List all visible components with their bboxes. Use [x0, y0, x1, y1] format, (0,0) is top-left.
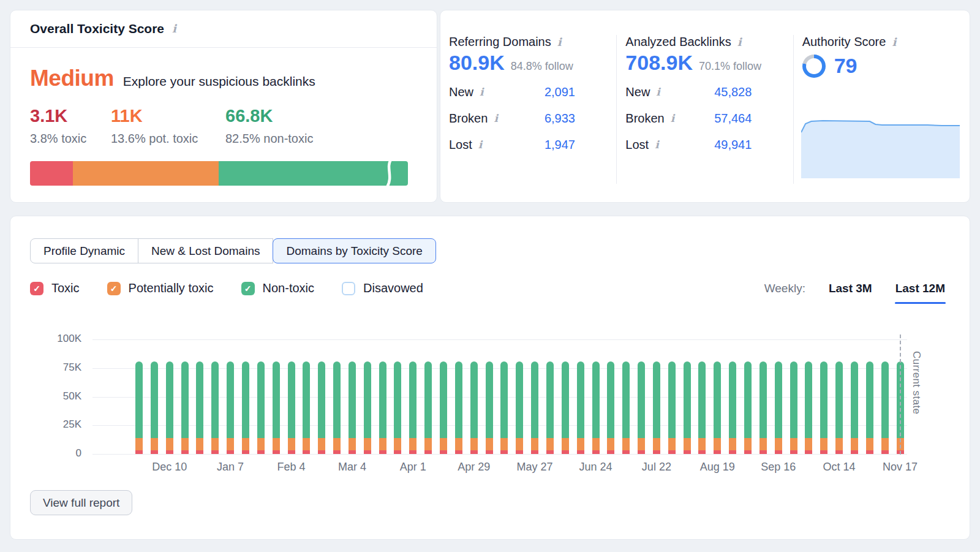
- period-option-last-3m[interactable]: Last 3M: [829, 282, 872, 295]
- stacked-bar[interactable]: [166, 361, 173, 454]
- stacked-bar[interactable]: [546, 361, 554, 454]
- bar-segment-non-toxic: [531, 361, 538, 438]
- stacked-bar[interactable]: [151, 361, 158, 454]
- stacked-bar[interactable]: [562, 361, 569, 454]
- stacked-bar[interactable]: [820, 361, 827, 454]
- metric-row-value[interactable]: 57,464: [714, 112, 752, 126]
- stacked-bar[interactable]: [409, 361, 417, 454]
- stacked-bar[interactable]: [379, 361, 386, 454]
- stacked-bar[interactable]: [242, 361, 249, 454]
- toxicity-stat-value[interactable]: 66.8K: [225, 106, 313, 126]
- stacked-bar[interactable]: [196, 361, 203, 454]
- metric-row-value[interactable]: 49,941: [714, 138, 752, 152]
- stacked-bar[interactable]: [211, 361, 219, 454]
- stacked-bar[interactable]: [790, 361, 797, 454]
- info-icon[interactable]: i: [478, 140, 482, 150]
- metric-row-value[interactable]: 6,933: [545, 112, 575, 126]
- referring-domains-value[interactable]: 80.9K: [449, 51, 505, 75]
- stacked-bar[interactable]: [729, 361, 736, 454]
- analyzed-backlinks-value[interactable]: 708.9K: [625, 51, 693, 75]
- stacked-bar[interactable]: [775, 361, 782, 454]
- toxicity-level: Medium: [30, 66, 114, 91]
- stacked-bar[interactable]: [318, 361, 325, 454]
- tab-profile-dynamic[interactable]: Profile Dynamic: [30, 238, 138, 263]
- info-icon[interactable]: i: [494, 113, 497, 124]
- bar-segment-non-toxic: [242, 361, 249, 438]
- info-icon[interactable]: i: [480, 87, 483, 97]
- stacked-bar[interactable]: [333, 361, 341, 454]
- filter-toxic[interactable]: ✓Toxic: [30, 281, 80, 295]
- stacked-bar[interactable]: [531, 361, 538, 454]
- toxicity-bar-segment-non-toxic[interactable]: [219, 161, 408, 186]
- stacked-bar[interactable]: [181, 361, 189, 454]
- stacked-bar[interactable]: [851, 361, 858, 454]
- stacked-bar[interactable]: [592, 361, 600, 454]
- stacked-bar[interactable]: [684, 361, 691, 454]
- stacked-bar[interactable]: [744, 361, 752, 454]
- stacked-bar[interactable]: [698, 361, 706, 454]
- stacked-bar[interactable]: [607, 361, 614, 454]
- info-icon[interactable]: i: [656, 87, 660, 97]
- stacked-bar[interactable]: [577, 361, 584, 454]
- toxicity-stat-value[interactable]: 3.1K: [30, 106, 111, 126]
- stacked-bar[interactable]: [668, 361, 676, 454]
- stacked-bar[interactable]: [288, 361, 295, 454]
- stacked-bar[interactable]: [835, 361, 843, 454]
- stacked-bar[interactable]: [881, 361, 889, 454]
- stacked-bar[interactable]: [470, 361, 478, 454]
- info-icon[interactable]: i: [557, 37, 562, 48]
- stacked-bar[interactable]: [805, 361, 812, 454]
- metric-row: Brokeni57,464: [625, 109, 752, 127]
- stacked-bar[interactable]: [866, 361, 873, 454]
- filter-label[interactable]: Toxic: [51, 281, 80, 295]
- filter-label[interactable]: Non-toxic: [263, 281, 314, 295]
- view-full-report-button[interactable]: View full report: [30, 490, 132, 515]
- filter-non-toxic[interactable]: ✓Non-toxic: [241, 281, 314, 295]
- stacked-bar[interactable]: [257, 361, 265, 454]
- checked-checkbox-icon[interactable]: ✓: [30, 282, 43, 295]
- toxicity-bar-segment-toxic[interactable]: [30, 161, 73, 186]
- stacked-bar[interactable]: [227, 361, 234, 454]
- bar-segment-potentially-toxic: [668, 438, 676, 451]
- stacked-bar[interactable]: [638, 361, 645, 454]
- period-option-last-12m[interactable]: Last 12M: [895, 282, 945, 295]
- filter-label[interactable]: Disavowed: [363, 281, 423, 295]
- info-icon[interactable]: i: [671, 113, 674, 124]
- stacked-bar[interactable]: [653, 361, 660, 454]
- stacked-bar[interactable]: [486, 361, 493, 454]
- checked-checkbox-icon[interactable]: ✓: [107, 282, 121, 295]
- stacked-bar[interactable]: [516, 361, 523, 454]
- stacked-bar[interactable]: [364, 361, 371, 454]
- bar-segment-potentially-toxic: [546, 438, 554, 451]
- stacked-bar[interactable]: [135, 361, 143, 454]
- metric-row-label: Broken: [625, 112, 664, 126]
- bar-segment-toxic: [577, 450, 584, 454]
- stacked-bar[interactable]: [424, 361, 432, 454]
- info-icon[interactable]: i: [655, 140, 658, 150]
- stacked-bar[interactable]: [349, 361, 356, 454]
- stacked-bar[interactable]: [455, 361, 462, 454]
- checked-checkbox-icon[interactable]: ✓: [241, 282, 255, 295]
- stacked-bar[interactable]: [303, 361, 310, 454]
- metric-row-value[interactable]: 1,947: [545, 138, 575, 152]
- stacked-bar[interactable]: [394, 361, 401, 454]
- info-icon[interactable]: i: [892, 37, 896, 48]
- metric-row-value[interactable]: 2,091: [545, 85, 575, 99]
- filter-disavowed[interactable]: Disavowed: [342, 281, 423, 295]
- stacked-bar[interactable]: [440, 361, 447, 454]
- filter-label[interactable]: Potentially toxic: [129, 281, 214, 295]
- filter-potentially-toxic[interactable]: ✓Potentially toxic: [107, 281, 214, 295]
- unchecked-checkbox-icon[interactable]: [342, 282, 355, 295]
- stacked-bar[interactable]: [273, 361, 280, 454]
- tab-new-lost-domains[interactable]: New & Lost Domains: [138, 238, 273, 263]
- toxicity-bar-segment-potentially-toxic[interactable]: [73, 161, 219, 186]
- metric-row-value[interactable]: 45,828: [714, 85, 752, 99]
- tab-domains-by-toxicity-score[interactable]: Domains by Toxicity Score: [273, 238, 435, 263]
- stacked-bar[interactable]: [622, 361, 630, 454]
- info-icon[interactable]: i: [737, 37, 742, 48]
- toxicity-stat-value[interactable]: 11K: [111, 106, 225, 126]
- stacked-bar[interactable]: [760, 361, 767, 454]
- stacked-bar[interactable]: [500, 361, 508, 454]
- info-icon[interactable]: i: [172, 23, 176, 34]
- stacked-bar[interactable]: [714, 361, 721, 454]
